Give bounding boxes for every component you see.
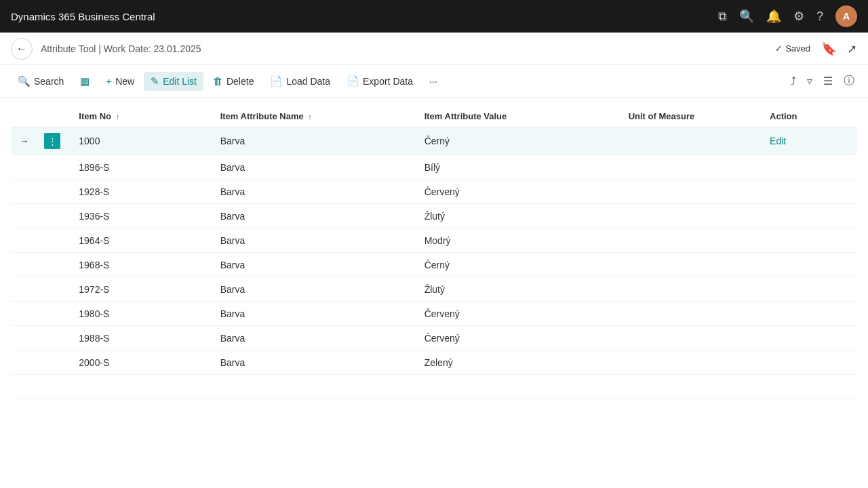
row-indicator bbox=[11, 326, 37, 350]
filter-icon[interactable]: ▿ bbox=[804, 72, 815, 90]
pages-icon[interactable]: ⧉ bbox=[718, 9, 727, 24]
back-button[interactable]: ← bbox=[11, 38, 33, 60]
row-menu-cell bbox=[37, 180, 72, 204]
settings-icon[interactable]: ⚙ bbox=[793, 9, 804, 24]
table-header: Item No ↑ Item Attribute Name ↑ Item Att… bbox=[11, 106, 857, 127]
cell-attrval: Červený bbox=[418, 326, 622, 350]
col-header-uom[interactable]: Unit of Measure bbox=[622, 106, 763, 127]
cell-uom bbox=[622, 277, 763, 302]
cell-attrval: Černý bbox=[418, 253, 622, 277]
app-title: Dynamics 365 Business Central bbox=[11, 11, 155, 22]
table-row[interactable]: 2000-SBarvaZelený bbox=[11, 350, 857, 375]
toolbar-right: ⤴ ▿ ☰ ⓘ bbox=[788, 71, 857, 91]
page-header-left: ← Attribute Tool | Work Date: 23.01.2025 bbox=[11, 38, 201, 60]
table-row[interactable]: 1972-SBarvaŽlutý bbox=[11, 277, 857, 302]
export-data-button[interactable]: 📄 Export Data bbox=[340, 72, 420, 91]
list-view-icon[interactable]: ☰ bbox=[821, 72, 835, 90]
row-menu-cell bbox=[37, 302, 72, 326]
table-row[interactable]: 1980-SBarvaČervený bbox=[11, 302, 857, 326]
cell-action bbox=[763, 180, 857, 204]
cell-itemno: 1000 bbox=[72, 127, 213, 155]
cell-attrval: Červený bbox=[418, 180, 622, 204]
edit-action-link[interactable]: Edit bbox=[770, 136, 786, 146]
cell-uom bbox=[622, 326, 763, 350]
column-view-button[interactable]: ▦ bbox=[73, 72, 96, 91]
col-header-itemno[interactable]: Item No ↑ bbox=[72, 106, 213, 127]
table-row[interactable]: 1988-SBarvaČervený bbox=[11, 326, 857, 350]
new-button[interactable]: + New bbox=[99, 72, 141, 90]
page-header-right: ✓ Saved 🔖 ➚ bbox=[775, 41, 857, 56]
cell-itemno: 1988-S bbox=[72, 326, 213, 350]
edit-list-icon: ✎ bbox=[151, 75, 159, 87]
cell-uom bbox=[622, 228, 763, 253]
checkmark-icon: ✓ bbox=[775, 43, 783, 54]
more-button[interactable]: ··· bbox=[422, 73, 444, 90]
row-menu-cell bbox=[37, 350, 72, 375]
cell-attrname: Barva bbox=[214, 350, 418, 375]
row-indicator bbox=[11, 253, 37, 277]
help-icon[interactable]: ? bbox=[816, 9, 823, 24]
cell-action bbox=[763, 204, 857, 228]
saved-status: ✓ Saved bbox=[775, 43, 810, 54]
row-indicator: → bbox=[11, 127, 37, 155]
cell-uom bbox=[622, 350, 763, 375]
table-row[interactable]: 1936-SBarvaŽlutý bbox=[11, 204, 857, 228]
cell-attrval: Červený bbox=[418, 302, 622, 326]
cell-attrname: Barva bbox=[214, 277, 418, 302]
row-menu-cell bbox=[37, 326, 72, 350]
bell-icon[interactable]: 🔔 bbox=[766, 9, 781, 24]
topbar-icons: ⧉ 🔍 🔔 ⚙ ? A bbox=[718, 5, 857, 27]
col-header-menu bbox=[37, 106, 72, 127]
cell-attrval: Zelený bbox=[418, 350, 622, 375]
search-icon[interactable]: 🔍 bbox=[739, 9, 754, 24]
row-menu-cell bbox=[37, 204, 72, 228]
cell-action bbox=[763, 253, 857, 277]
sort-icon-attrname: ↑ bbox=[308, 113, 312, 121]
table-row[interactable]: 1896-SBarvaBílý bbox=[11, 155, 857, 180]
cell-attrname: Barva bbox=[214, 204, 418, 228]
cell-action bbox=[763, 302, 857, 326]
bookmark-icon[interactable]: 🔖 bbox=[821, 41, 836, 56]
cell-attrname: Barva bbox=[214, 228, 418, 253]
load-data-button[interactable]: 📄 Load Data bbox=[263, 72, 337, 91]
row-menu-cell bbox=[37, 155, 72, 180]
empty-row bbox=[11, 375, 857, 399]
delete-icon: 🗑 bbox=[213, 75, 223, 87]
share-icon[interactable]: ⤴ bbox=[788, 73, 799, 90]
col-header-attrval[interactable]: Item Attribute Value bbox=[418, 106, 622, 127]
cell-action bbox=[763, 155, 857, 180]
search-button[interactable]: 🔍 Search bbox=[11, 72, 71, 91]
cell-itemno: 1968-S bbox=[72, 253, 213, 277]
cell-attrname: Barva bbox=[214, 155, 418, 180]
table-row[interactable]: 1968-SBarvaČerný bbox=[11, 253, 857, 277]
row-indicator bbox=[11, 302, 37, 326]
cell-uom bbox=[622, 180, 763, 204]
row-indicator bbox=[11, 350, 37, 375]
cell-uom bbox=[622, 155, 763, 180]
breadcrumb: Attribute Tool | Work Date: 23.01.2025 bbox=[41, 43, 201, 54]
open-external-icon[interactable]: ➚ bbox=[847, 41, 857, 56]
table-row[interactable]: 1928-SBarvaČervený bbox=[11, 180, 857, 204]
cell-attrname: Barva bbox=[214, 302, 418, 326]
cell-itemno: 1980-S bbox=[72, 302, 213, 326]
cell-attrname: Barva bbox=[214, 326, 418, 350]
delete-button[interactable]: 🗑 Delete bbox=[206, 72, 260, 90]
user-avatar[interactable]: A bbox=[835, 5, 857, 27]
cell-action[interactable]: Edit bbox=[763, 127, 857, 155]
col-header-action[interactable]: Action bbox=[763, 106, 857, 127]
cell-action bbox=[763, 350, 857, 375]
table-row[interactable]: 1964-SBarvaModrý bbox=[11, 228, 857, 253]
page-header: ← Attribute Tool | Work Date: 23.01.2025… bbox=[0, 33, 868, 65]
row-menu-button[interactable]: ⋮ bbox=[44, 133, 60, 149]
col-header-attrname[interactable]: Item Attribute Name ↑ bbox=[214, 106, 418, 127]
table-row[interactable]: →⋮1000BarvaČernýEdit bbox=[11, 127, 857, 155]
main-content: Item No ↑ Item Attribute Name ↑ Item Att… bbox=[0, 106, 868, 399]
plus-icon: + bbox=[106, 75, 112, 87]
row-indicator bbox=[11, 180, 37, 204]
cell-uom bbox=[622, 253, 763, 277]
edit-list-button[interactable]: ✎ Edit List bbox=[144, 72, 203, 91]
cell-itemno: 1964-S bbox=[72, 228, 213, 253]
toolbar: 🔍 Search ▦ + New ✎ Edit List 🗑 Delete 📄 … bbox=[0, 65, 868, 98]
info-icon[interactable]: ⓘ bbox=[841, 71, 857, 91]
cell-itemno: 1928-S bbox=[72, 180, 213, 204]
